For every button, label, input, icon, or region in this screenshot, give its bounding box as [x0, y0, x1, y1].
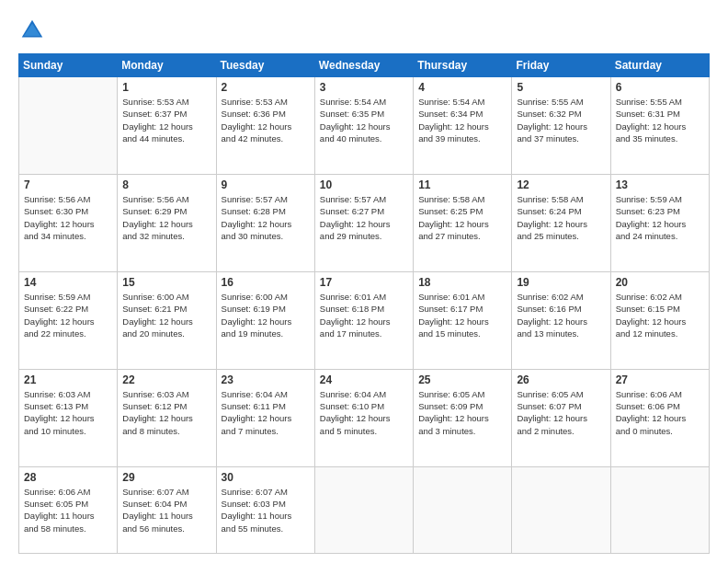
week-row-5: 28Sunrise: 6:06 AM Sunset: 6:05 PM Dayli…: [19, 466, 710, 553]
day-number: 23: [222, 373, 310, 386]
day-number: 12: [517, 178, 605, 191]
day-info: Sunrise: 6:00 AM Sunset: 6:21 PM Dayligh…: [122, 291, 210, 339]
day-info: Sunrise: 5:57 AM Sunset: 6:28 PM Dayligh…: [222, 193, 310, 242]
calendar-cell: 10Sunrise: 5:57 AM Sunset: 6:27 PM Dayli…: [314, 174, 413, 271]
day-info: Sunrise: 6:00 AM Sunset: 6:19 PM Dayligh…: [222, 291, 310, 339]
day-number: 5: [517, 81, 605, 94]
calendar-cell: 22Sunrise: 6:03 AM Sunset: 6:12 PM Dayli…: [118, 369, 216, 466]
calendar-cell: 25Sunrise: 6:05 AM Sunset: 6:09 PM Dayli…: [414, 369, 512, 466]
calendar-cell: 3Sunrise: 5:54 AM Sunset: 6:35 PM Daylig…: [314, 77, 413, 175]
calendar-cell: 2Sunrise: 5:53 AM Sunset: 6:36 PM Daylig…: [216, 77, 314, 175]
calendar-cell: 24Sunrise: 6:04 AM Sunset: 6:10 PM Dayli…: [314, 369, 413, 466]
day-number: 3: [320, 81, 408, 94]
calendar-cell: 26Sunrise: 6:05 AM Sunset: 6:07 PM Dayli…: [512, 369, 610, 466]
day-info: Sunrise: 6:03 AM Sunset: 6:13 PM Dayligh…: [24, 388, 112, 437]
week-row-3: 14Sunrise: 5:59 AM Sunset: 6:22 PM Dayli…: [19, 271, 710, 369]
calendar-cell: 4Sunrise: 5:54 AM Sunset: 6:34 PM Daylig…: [414, 77, 512, 175]
day-number: 25: [418, 373, 506, 386]
day-number: 19: [517, 276, 605, 289]
day-number: 29: [122, 471, 210, 484]
day-number: 26: [517, 373, 605, 386]
week-row-4: 21Sunrise: 6:03 AM Sunset: 6:13 PM Dayli…: [19, 369, 710, 466]
weekday-saturday: Saturday: [610, 54, 709, 77]
day-info: Sunrise: 6:02 AM Sunset: 6:16 PM Dayligh…: [517, 291, 605, 339]
day-number: 16: [222, 276, 310, 289]
day-info: Sunrise: 6:07 AM Sunset: 6:03 PM Dayligh…: [222, 486, 310, 534]
weekday-sunday: Sunday: [19, 54, 118, 77]
day-number: 30: [222, 471, 310, 484]
day-info: Sunrise: 6:03 AM Sunset: 6:12 PM Dayligh…: [122, 388, 210, 437]
calendar-cell: 8Sunrise: 5:56 AM Sunset: 6:29 PM Daylig…: [118, 174, 216, 271]
calendar-cell: 29Sunrise: 6:07 AM Sunset: 6:04 PM Dayli…: [118, 466, 216, 553]
calendar-cell: 12Sunrise: 5:58 AM Sunset: 6:24 PM Dayli…: [512, 174, 610, 271]
day-number: 28: [24, 471, 112, 484]
calendar-cell: [512, 466, 610, 553]
day-number: 22: [122, 373, 210, 386]
day-info: Sunrise: 6:02 AM Sunset: 6:15 PM Dayligh…: [616, 291, 704, 339]
calendar-cell: 18Sunrise: 6:01 AM Sunset: 6:17 PM Dayli…: [414, 271, 512, 369]
day-number: 4: [418, 81, 506, 94]
calendar-cell: 21Sunrise: 6:03 AM Sunset: 6:13 PM Dayli…: [19, 369, 118, 466]
weekday-thursday: Thursday: [414, 54, 512, 77]
calendar-cell: [314, 466, 413, 553]
week-row-2: 7Sunrise: 5:56 AM Sunset: 6:30 PM Daylig…: [19, 174, 710, 271]
calendar-cell: 9Sunrise: 5:57 AM Sunset: 6:28 PM Daylig…: [216, 174, 314, 271]
weekday-monday: Monday: [118, 54, 216, 77]
day-number: 2: [222, 81, 310, 94]
week-row-1: 1Sunrise: 5:53 AM Sunset: 6:37 PM Daylig…: [19, 77, 710, 175]
day-info: Sunrise: 6:04 AM Sunset: 6:11 PM Dayligh…: [222, 388, 310, 437]
calendar-cell: 14Sunrise: 5:59 AM Sunset: 6:22 PM Dayli…: [19, 271, 118, 369]
day-info: Sunrise: 6:01 AM Sunset: 6:17 PM Dayligh…: [418, 291, 506, 339]
day-info: Sunrise: 6:06 AM Sunset: 6:06 PM Dayligh…: [616, 388, 704, 437]
weekday-wednesday: Wednesday: [314, 54, 413, 77]
day-info: Sunrise: 5:53 AM Sunset: 6:36 PM Dayligh…: [222, 96, 310, 144]
calendar-cell: 17Sunrise: 6:01 AM Sunset: 6:18 PM Dayli…: [314, 271, 413, 369]
calendar-cell: 20Sunrise: 6:02 AM Sunset: 6:15 PM Dayli…: [610, 271, 709, 369]
calendar-cell: 30Sunrise: 6:07 AM Sunset: 6:03 PM Dayli…: [216, 466, 314, 553]
calendar-cell: 16Sunrise: 6:00 AM Sunset: 6:19 PM Dayli…: [216, 271, 314, 369]
logo: [18, 17, 50, 44]
day-number: 8: [122, 178, 210, 191]
day-info: Sunrise: 5:55 AM Sunset: 6:32 PM Dayligh…: [517, 96, 605, 144]
weekday-friday: Friday: [512, 54, 610, 77]
calendar-cell: 1Sunrise: 5:53 AM Sunset: 6:37 PM Daylig…: [118, 77, 216, 175]
day-info: Sunrise: 6:05 AM Sunset: 6:07 PM Dayligh…: [517, 388, 605, 437]
calendar-cell: 5Sunrise: 5:55 AM Sunset: 6:32 PM Daylig…: [512, 77, 610, 175]
day-info: Sunrise: 5:59 AM Sunset: 6:23 PM Dayligh…: [616, 193, 704, 242]
calendar-cell: [414, 466, 512, 553]
day-info: Sunrise: 5:59 AM Sunset: 6:22 PM Dayligh…: [24, 291, 112, 339]
calendar-table: SundayMondayTuesdayWednesdayThursdayFrid…: [18, 53, 710, 554]
day-info: Sunrise: 5:58 AM Sunset: 6:25 PM Dayligh…: [418, 193, 506, 242]
day-info: Sunrise: 6:04 AM Sunset: 6:10 PM Dayligh…: [320, 388, 408, 437]
calendar-cell: 19Sunrise: 6:02 AM Sunset: 6:16 PM Dayli…: [512, 271, 610, 369]
day-number: 10: [320, 178, 408, 191]
day-info: Sunrise: 5:57 AM Sunset: 6:27 PM Dayligh…: [320, 193, 408, 242]
weekday-tuesday: Tuesday: [216, 54, 314, 77]
day-number: 11: [418, 178, 506, 191]
day-number: 20: [616, 276, 704, 289]
calendar-cell: 13Sunrise: 5:59 AM Sunset: 6:23 PM Dayli…: [610, 174, 709, 271]
page: SundayMondayTuesdayWednesdayThursdayFrid…: [0, 0, 728, 563]
logo-icon: [18, 17, 46, 44]
day-number: 14: [24, 276, 112, 289]
day-number: 7: [24, 178, 112, 191]
day-number: 27: [616, 373, 704, 386]
day-info: Sunrise: 6:07 AM Sunset: 6:04 PM Dayligh…: [122, 486, 210, 534]
calendar-cell: 23Sunrise: 6:04 AM Sunset: 6:11 PM Dayli…: [216, 369, 314, 466]
day-number: 1: [122, 81, 210, 94]
day-info: Sunrise: 5:56 AM Sunset: 6:30 PM Dayligh…: [24, 193, 112, 242]
day-number: 9: [222, 178, 310, 191]
day-info: Sunrise: 5:55 AM Sunset: 6:31 PM Dayligh…: [616, 96, 704, 144]
day-info: Sunrise: 5:56 AM Sunset: 6:29 PM Dayligh…: [122, 193, 210, 242]
day-number: 24: [320, 373, 408, 386]
day-number: 15: [122, 276, 210, 289]
day-info: Sunrise: 6:05 AM Sunset: 6:09 PM Dayligh…: [418, 388, 506, 437]
calendar-cell: [19, 77, 118, 175]
day-info: Sunrise: 5:54 AM Sunset: 6:35 PM Dayligh…: [320, 96, 408, 144]
day-number: 17: [320, 276, 408, 289]
day-info: Sunrise: 5:54 AM Sunset: 6:34 PM Dayligh…: [418, 96, 506, 144]
weekday-header-row: SundayMondayTuesdayWednesdayThursdayFrid…: [19, 54, 710, 77]
calendar-cell: 6Sunrise: 5:55 AM Sunset: 6:31 PM Daylig…: [610, 77, 709, 175]
calendar-cell: 7Sunrise: 5:56 AM Sunset: 6:30 PM Daylig…: [19, 174, 118, 271]
day-number: 18: [418, 276, 506, 289]
